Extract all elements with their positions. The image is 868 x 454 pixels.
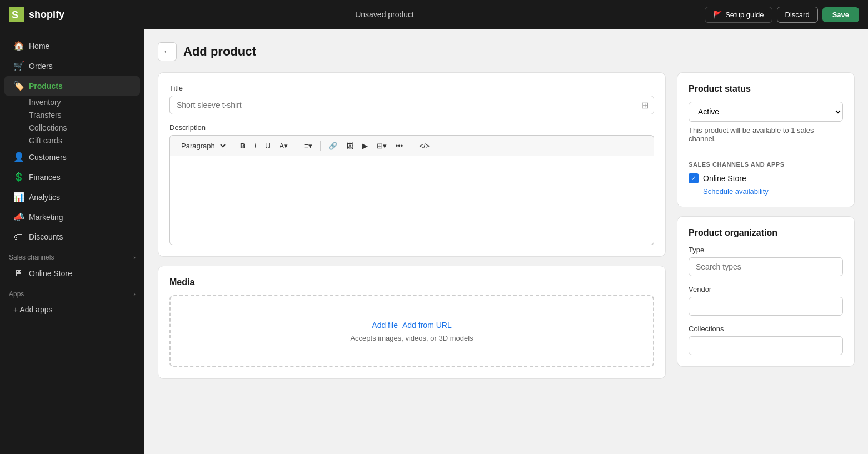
align-button[interactable]: ≡▾ — [301, 139, 316, 152]
image-button[interactable]: 🖼 — [343, 139, 357, 152]
product-status-card: Product status Active Draft This product… — [677, 72, 855, 207]
title-label: Title — [169, 84, 654, 92]
products-icon: 🏷️ — [13, 81, 23, 91]
sidebar-item-add-apps[interactable]: + Add apps — [4, 301, 140, 318]
sidebar-item-transfers[interactable]: Transfers — [4, 109, 140, 121]
bold-button[interactable]: B — [237, 139, 248, 152]
media-links: Add file Add from URL — [372, 321, 451, 330]
org-title: Product organization — [689, 228, 843, 238]
topbar: S shopify Unsaved product 🚩 Setup guide … — [0, 0, 868, 29]
save-button[interactable]: Save — [822, 7, 859, 22]
more-button[interactable]: ••• — [392, 139, 407, 152]
code-button[interactable]: </> — [416, 139, 433, 152]
flag-icon: 🚩 — [713, 11, 722, 19]
collections-section: Collections — [689, 325, 843, 355]
status-hint: This product will be available to 1 sale… — [689, 126, 843, 143]
title-input-wrap: ⊞ — [169, 96, 654, 114]
page-tab-title: Unsaved product — [355, 10, 414, 19]
separator-1 — [232, 141, 232, 151]
product-org-card: Product organization Type Vendor Collect… — [677, 216, 855, 367]
page-header: ← Add product — [158, 42, 855, 61]
sidebar-item-marketing[interactable]: 📣 Marketing — [4, 207, 140, 227]
main-column: Title ⊞ Description Paragraph — [158, 72, 666, 379]
title-input[interactable] — [169, 96, 654, 114]
vendor-section: Vendor — [689, 285, 843, 316]
sidebar-item-products[interactable]: 🏷️ Products — [4, 76, 140, 96]
sidebar-item-inventory[interactable]: Inventory — [4, 96, 140, 108]
status-select[interactable]: Active Draft — [689, 102, 843, 122]
discard-button[interactable]: Discard — [777, 7, 818, 23]
separator-3 — [320, 141, 321, 151]
sidebar-item-online-store[interactable]: 🖥 Online Store — [4, 264, 140, 283]
marketing-icon: 📣 — [13, 212, 23, 222]
customers-icon: 👤 — [13, 152, 23, 162]
sales-channels-section-right: SALES CHANNELS AND APPS ✓ Online Store S… — [689, 152, 843, 196]
status-title: Product status — [689, 84, 843, 94]
analytics-icon: 📊 — [13, 192, 23, 202]
link-button[interactable]: 🔗 — [325, 139, 341, 152]
page-title: Add product — [183, 44, 256, 59]
paragraph-select[interactable]: Paragraph — [176, 139, 227, 153]
setup-guide-button[interactable]: 🚩 Setup guide — [705, 7, 772, 23]
sidebar-item-analytics[interactable]: 📊 Analytics — [4, 187, 140, 207]
sidebar-item-orders[interactable]: 🛒 Orders — [4, 56, 140, 76]
brand-name: shopify — [29, 9, 64, 21]
sidebar-item-gift-cards[interactable]: Gift cards — [4, 134, 140, 147]
orders-icon: 🛒 — [13, 61, 23, 71]
separator-4 — [411, 141, 411, 151]
vendor-label: Vendor — [689, 285, 843, 293]
sidebar-item-finances[interactable]: 💲 Finances — [4, 167, 140, 187]
discounts-icon: 🏷 — [13, 232, 23, 242]
description-toolbar: Paragraph B I U A▾ ≡▾ 🔗 🖼 — [169, 135, 654, 156]
title-field-section: Title ⊞ — [169, 84, 654, 114]
ai-icon: ⊞ — [641, 100, 648, 111]
sales-channels-label: SALES CHANNELS AND APPS — [689, 161, 843, 168]
media-card: Media Add file Add from URL Accepts imag… — [158, 266, 666, 379]
add-from-url-link[interactable]: Add from URL — [402, 321, 452, 330]
color-button[interactable]: A▾ — [276, 139, 291, 152]
sidebar-item-collections[interactable]: Collections — [4, 122, 140, 134]
description-field-section: Description Paragraph B I U A▾ ≡▾ — [169, 123, 654, 245]
sales-channels-section: Sales channels › — [0, 247, 144, 263]
logo: S shopify — [9, 7, 64, 22]
product-details-card: Title ⊞ Description Paragraph — [158, 72, 666, 257]
vendor-input[interactable] — [689, 297, 843, 316]
table-button[interactable]: ⊞▾ — [373, 139, 390, 152]
separator-2 — [296, 141, 296, 151]
sidebar: 🏠 Home 🛒 Orders 🏷️ Products Inventory Tr… — [0, 29, 144, 454]
topbar-actions: 🚩 Setup guide Discard Save — [705, 7, 859, 23]
online-store-checkbox[interactable]: ✓ — [689, 173, 699, 183]
sidebar-item-home[interactable]: 🏠 Home — [4, 36, 140, 56]
italic-button[interactable]: I — [251, 139, 260, 152]
chevron-right-icon-apps: › — [133, 291, 136, 297]
type-label: Type — [689, 246, 843, 254]
back-button[interactable]: ← — [158, 42, 177, 61]
underline-button[interactable]: U — [262, 139, 273, 152]
apps-section: Apps › — [0, 283, 144, 300]
description-body[interactable] — [169, 156, 654, 245]
svg-text:S: S — [12, 9, 18, 21]
online-store-icon: 🖥 — [13, 268, 23, 278]
collections-label: Collections — [689, 325, 843, 333]
side-column: Product status Active Draft This product… — [677, 72, 855, 367]
sidebar-item-discounts[interactable]: 🏷 Discounts — [4, 227, 140, 246]
online-store-label: Online Store — [703, 174, 746, 183]
finances-icon: 💲 — [13, 172, 23, 182]
schedule-availability-link[interactable]: Schedule availability — [689, 187, 769, 196]
description-label: Description — [169, 123, 654, 132]
channel-row-online: ✓ Online Store — [689, 173, 843, 183]
media-title: Media — [169, 277, 654, 287]
media-dropzone[interactable]: Add file Add from URL Accepts images, vi… — [169, 295, 654, 367]
home-icon: 🏠 — [13, 41, 23, 51]
media-hint: Accepts images, videos, or 3D models — [350, 334, 473, 342]
type-input[interactable] — [689, 257, 843, 276]
type-section: Type — [689, 246, 843, 276]
main-content: ← Add product Title ⊞ Description — [144, 29, 868, 454]
video-button[interactable]: ▶ — [359, 139, 371, 152]
collections-input[interactable] — [689, 336, 843, 355]
content-area: Title ⊞ Description Paragraph — [158, 72, 855, 379]
chevron-right-icon: › — [133, 254, 136, 261]
add-file-link[interactable]: Add file — [372, 321, 398, 330]
sidebar-item-customers[interactable]: 👤 Customers — [4, 147, 140, 167]
